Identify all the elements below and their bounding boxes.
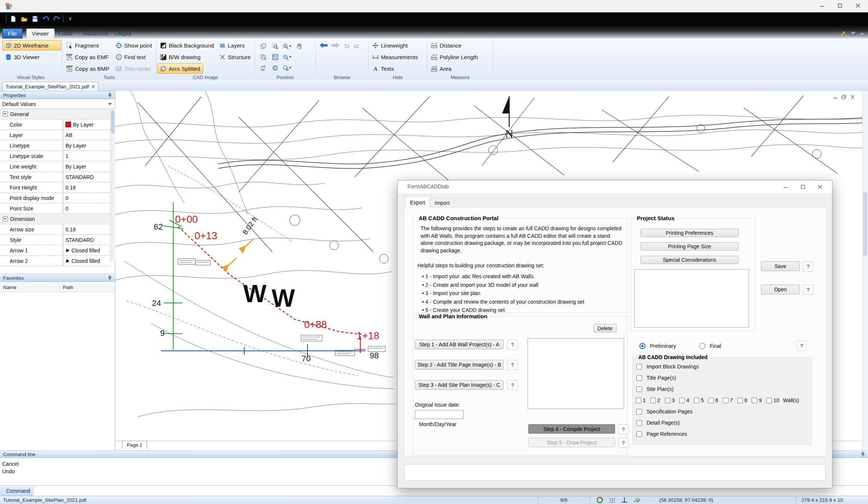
properties-scrollbar[interactable] (110, 109, 115, 261)
zoom-window-icon[interactable] (272, 43, 278, 49)
delete-button[interactable]: Delete (593, 324, 617, 333)
checkbox-icon[interactable] (636, 364, 642, 370)
status-grid-snap-icon[interactable] (609, 497, 615, 503)
title-pages-checkbox[interactable]: Title Page(s) (636, 375, 676, 381)
issue-date-input[interactable] (415, 410, 464, 419)
trim-raster-button[interactable]: Trim raster (113, 63, 155, 74)
structure-button[interactable]: Structure (216, 52, 252, 62)
project-files-listbox[interactable] (528, 338, 624, 409)
pin-icon[interactable] (108, 276, 112, 280)
black-background-button[interactable]: Black Background (157, 40, 216, 51)
pin-icon[interactable] (108, 93, 112, 98)
special-considerations-button[interactable]: Special Considerations (641, 256, 739, 264)
mdi-restore-icon[interactable] (841, 95, 847, 99)
measure-distance-button[interactable]: Distance (428, 40, 492, 51)
tab-editor[interactable]: Editor (53, 29, 78, 39)
dialog-maximize-button[interactable] (795, 182, 811, 192)
wall-5-checkbox[interactable] (694, 398, 699, 403)
wall-4-checkbox[interactable] (679, 398, 685, 403)
pan-hand-icon[interactable] (296, 43, 302, 49)
forward-arrow-icon[interactable] (331, 42, 340, 49)
properties-panel-header[interactable]: Properties (0, 91, 115, 99)
step5-draw-project-button[interactable]: Step 5 - Draw Project (528, 438, 615, 447)
wall-6-checkbox[interactable] (708, 398, 714, 403)
property-row[interactable]: StyleSTANDARD (0, 235, 110, 245)
property-row[interactable]: Line weightBy Layer (0, 161, 110, 172)
specification-pages-checkbox[interactable]: Specification Pages (636, 409, 693, 415)
property-row[interactable]: LayerAB (0, 130, 110, 140)
import-block-drawings-checkbox[interactable]: Import Block Drawings (636, 364, 699, 370)
wall-7-checkbox[interactable] (723, 398, 728, 403)
fragment-button[interactable]: Fragment (63, 40, 113, 51)
collapse-icon[interactable] (3, 112, 8, 116)
redo-icon[interactable] (52, 15, 61, 23)
favorites-panel-header[interactable]: Favorites (0, 274, 115, 282)
property-row[interactable]: Point Size0 (0, 203, 110, 214)
step2-add-title-page-button[interactable]: Step 2 - Add Title Page Image(s) - B (415, 360, 504, 370)
tab-file[interactable]: File (2, 28, 22, 39)
step4-compile-project-button[interactable]: Step 4 - Compile Project (528, 424, 615, 434)
dialog-minimize-button[interactable] (778, 182, 794, 192)
property-row[interactable]: ColorBy Layer (0, 119, 110, 130)
checkbox-icon[interactable] (636, 409, 642, 415)
property-row[interactable]: Linetype scale1 (0, 151, 110, 161)
zoom-extents-icon[interactable] (282, 65, 291, 71)
collapse-icon[interactable] (3, 216, 8, 221)
find-text-button[interactable]: A Find text (113, 52, 155, 62)
property-group-row[interactable]: Dimension (0, 214, 110, 224)
project-status-listbox[interactable] (634, 269, 749, 328)
collapse-ribbon-icon[interactable] (860, 32, 864, 36)
hide-measurements-button[interactable]: Measurements (369, 52, 426, 62)
wall-9-checkbox[interactable] (752, 398, 757, 403)
hide-texts-button[interactable]: A Texts (369, 63, 426, 74)
step5-help-button[interactable]: ? (618, 438, 629, 448)
detail-pages-checkbox[interactable]: Detail Page(s) (636, 420, 680, 426)
close-icon[interactable] (92, 85, 95, 88)
move-page-icon[interactable] (260, 43, 266, 49)
open-button[interactable]: Open (761, 285, 800, 294)
arcs-splitted-button[interactable]: Arcs Splitted (157, 63, 203, 74)
dialog-title-bar[interactable]: FormABCADDtab (398, 180, 832, 193)
fit-to-screen-icon[interactable] (272, 54, 278, 60)
step1-add-wall-projects-button[interactable]: Step 1 - Add AB Wall Project(s) - A (415, 340, 504, 349)
step4-help-button[interactable]: ? (618, 424, 629, 434)
new-file-icon[interactable] (9, 15, 17, 23)
zoom-previous-icon[interactable] (272, 65, 278, 71)
checkbox-icon[interactable] (636, 431, 642, 437)
step1-help-button[interactable]: ? (507, 340, 518, 350)
back-arrow-icon[interactable] (320, 42, 328, 49)
step3-add-site-plan-button[interactable]: Step 3 - Add Site Plan Image(s) - C (415, 380, 504, 390)
favorites-name-column[interactable]: Name (0, 285, 60, 290)
step3-help-button[interactable]: ? (507, 380, 518, 390)
dialog-tab-export[interactable]: Export (405, 196, 430, 208)
status-record-icon[interactable] (597, 497, 603, 503)
checkbox-icon[interactable] (636, 375, 642, 381)
next-view-icon[interactable] (354, 42, 360, 49)
status-help-button[interactable]: ? (797, 341, 807, 351)
mdi-close-icon[interactable] (850, 95, 855, 99)
radio-selected-icon[interactable] (639, 343, 645, 349)
window-minimize-button[interactable] (813, 0, 831, 11)
property-row[interactable]: Point display mode0 (0, 193, 110, 203)
qat-customize-icon[interactable] (66, 15, 74, 23)
scrollbar-thumb[interactable] (863, 192, 867, 256)
wall-1-checkbox[interactable] (636, 398, 641, 403)
printing-preferences-button[interactable]: Printing Preferences (641, 229, 739, 237)
settings-icon[interactable] (850, 30, 856, 37)
pin-icon[interactable] (861, 452, 865, 457)
property-row[interactable]: Text styleSTANDARD (0, 172, 110, 182)
wall-10-checkbox[interactable] (766, 398, 772, 403)
window-maximize-button[interactable] (831, 0, 849, 11)
site-plans-checkbox[interactable]: Site Plan(s) (636, 386, 673, 392)
radio-icon[interactable] (699, 343, 705, 349)
tab-output[interactable]: Output (109, 29, 137, 39)
dialog-close-button[interactable] (812, 182, 828, 192)
document-tab[interactable]: Tutorial_Example_SitePlan_2021.pdf (2, 82, 98, 91)
layers-button[interactable]: Layers (216, 40, 252, 51)
page-references-checkbox[interactable]: Page References (636, 431, 687, 437)
final-radio[interactable]: Final (699, 343, 721, 349)
property-row[interactable]: LinetypeBy Layer (0, 140, 110, 151)
save-button[interactable]: Save (761, 261, 800, 271)
3d-viewer-button[interactable]: 3D Viewer (2, 52, 61, 62)
measure-polyline-length-button[interactable]: Polyline Length (428, 52, 492, 62)
